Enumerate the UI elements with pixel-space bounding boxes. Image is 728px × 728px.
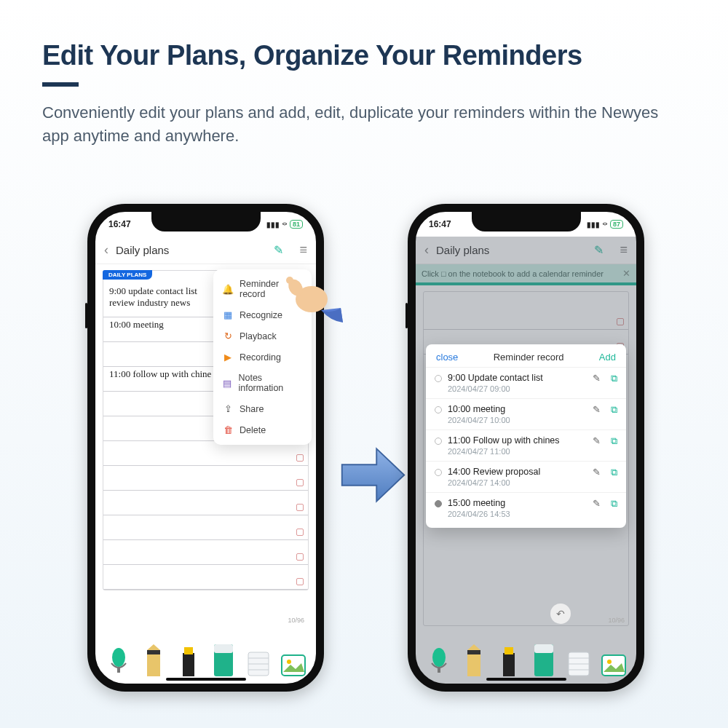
reminder-bullet: [435, 406, 442, 414]
note-line[interactable]: [103, 565, 308, 590]
mic-tool[interactable]: [106, 644, 131, 676]
svg-rect-24: [534, 644, 553, 653]
svg-point-0: [112, 648, 125, 667]
svg-rect-22: [505, 647, 513, 654]
copy-reminder-icon[interactable]: ⧉: [611, 435, 617, 447]
note-line[interactable]: [103, 515, 308, 540]
reminder-record-modal: close Reminder record Add 9:00 Update co…: [426, 344, 626, 528]
reminder-bullet: [435, 469, 442, 476]
headline-underline: [42, 82, 79, 87]
pencil-tool[interactable]: [462, 644, 486, 676]
svg-rect-5: [184, 647, 193, 654]
signal-icon: ▮▮▮: [587, 221, 600, 229]
reminder-title: 10:00 meeting: [448, 404, 582, 414]
trash-icon: 🗑: [222, 424, 234, 435]
grid-tool[interactable]: [566, 644, 591, 676]
svg-rect-4: [183, 653, 194, 676]
share-icon: ⇪: [222, 403, 234, 414]
home-indicator: [166, 678, 246, 681]
edit-reminder-icon[interactable]: ✎: [593, 435, 601, 446]
svg-marker-2: [147, 644, 160, 676]
reminder-checkbox[interactable]: [296, 578, 304, 585]
signal-icon: ▮▮▮: [266, 221, 280, 229]
eraser-tool[interactable]: [211, 644, 236, 676]
status-time: 16:47: [429, 219, 451, 229]
reminder-title: 11:00 Follow up with chines: [448, 435, 582, 446]
modal-add-button[interactable]: Add: [599, 352, 616, 363]
reminder-datetime: 2024/04/27 10:00: [448, 416, 582, 424]
eraser-tool[interactable]: [531, 644, 556, 676]
page-chip: DAILY PLANS: [103, 270, 152, 280]
edit-reminder-icon[interactable]: ✎: [593, 373, 601, 384]
svg-rect-21: [503, 653, 515, 676]
pointer-hand-icon: [281, 270, 332, 321]
bottom-toolbar: [416, 644, 636, 676]
phone-mockup-left: 16:47 ▮▮▮ ⌔ 81 ‹ Daily plans ✎ ≡ DAILY P…: [87, 204, 324, 692]
status-bar: 16:47 ▮▮▮ ⌔ 87: [416, 216, 636, 232]
marketing-headline: Edit Your Plans, Organize Your Reminders: [42, 40, 728, 71]
svg-point-13: [287, 660, 291, 664]
reminder-title: 9:00 Update contact list: [448, 373, 582, 383]
note-line[interactable]: [103, 466, 308, 491]
svg-rect-20: [467, 650, 480, 654]
svg-point-16: [286, 277, 293, 284]
reminder-datetime: 2024/04/27 09:00: [448, 384, 582, 393]
edit-icon[interactable]: ✎: [274, 243, 283, 257]
reminder-row[interactable]: 10:00 meeting2024/04/27 10:00✎⧉: [426, 398, 626, 430]
reminder-row[interactable]: 15:00 meeting2024/04/26 14:53✎⧉: [426, 492, 626, 523]
status-bar: 16:47 ▮▮▮ ⌔ 81: [95, 216, 316, 232]
note-line[interactable]: [103, 441, 308, 466]
undo-button[interactable]: ↶: [550, 604, 571, 624]
copy-reminder-icon[interactable]: ⧉: [611, 404, 617, 416]
menu-item-share[interactable]: ⇪Share: [213, 398, 312, 419]
info-icon: ▤: [222, 378, 232, 389]
reminder-datetime: 2024/04/27 14:00: [448, 478, 582, 487]
reminder-title: 15:00 meeting: [448, 498, 582, 508]
marketing-subhead: Conveniently edit your plans and add, ed…: [42, 101, 684, 148]
replay-icon: ↻: [222, 331, 234, 341]
menu-item-playback[interactable]: ↻Playback: [213, 325, 312, 347]
reminder-row[interactable]: 9:00 Update contact list2024/04/27 09:00…: [426, 367, 626, 398]
reminder-checkbox[interactable]: [296, 504, 304, 511]
copy-reminder-icon[interactable]: ⧉: [611, 498, 617, 510]
reminder-checkbox[interactable]: [296, 553, 304, 561]
reminder-bullet: [435, 438, 442, 445]
highlighter-tool[interactable]: [496, 644, 521, 676]
menu-item-delete[interactable]: 🗑Delete: [213, 419, 312, 440]
reminder-checkbox[interactable]: [296, 479, 304, 486]
pencil-tool[interactable]: [141, 644, 166, 676]
scan-icon: ▦: [222, 309, 234, 320]
modal-close-button[interactable]: close: [436, 352, 458, 363]
menu-icon[interactable]: ≡: [299, 242, 307, 258]
record-icon: ▶: [222, 352, 234, 363]
app-navbar: ‹ Daily plans ✎ ≡: [95, 237, 316, 264]
status-time: 16:47: [108, 219, 131, 229]
reminder-row[interactable]: 14:00 Review proposal2024/04/27 14:00✎⧉: [426, 461, 626, 492]
menu-item-recording[interactable]: ▶Recording: [213, 347, 312, 368]
grid-tool[interactable]: [246, 644, 271, 676]
reminder-title: 14:00 Review proposal: [448, 467, 582, 477]
svg-point-17: [432, 648, 446, 667]
note-line[interactable]: [103, 540, 308, 565]
image-tool[interactable]: [281, 644, 306, 676]
modal-title: Reminder record: [494, 352, 564, 363]
reminder-checkbox[interactable]: [296, 454, 304, 462]
wifi-icon: ⌔: [282, 221, 287, 229]
edit-reminder-icon[interactable]: ✎: [593, 404, 601, 415]
edit-reminder-icon[interactable]: ✎: [593, 467, 601, 478]
image-tool[interactable]: [601, 644, 626, 676]
menu-item-notes-info[interactable]: ▤Notes information: [213, 368, 312, 398]
battery-indicator: 87: [610, 220, 623, 229]
highlighter-tool[interactable]: [176, 644, 201, 676]
copy-reminder-icon[interactable]: ⧉: [611, 373, 617, 384]
copy-reminder-icon[interactable]: ⧉: [611, 467, 617, 478]
reminder-bullet: [435, 500, 442, 507]
edit-reminder-icon[interactable]: ✎: [593, 498, 601, 509]
mic-tool[interactable]: [427, 644, 451, 676]
note-line[interactable]: [103, 491, 308, 515]
reminder-checkbox[interactable]: [296, 529, 304, 536]
reminder-datetime: 2024/04/26 14:53: [448, 510, 582, 518]
back-icon[interactable]: ‹: [104, 242, 108, 258]
svg-point-30: [607, 660, 612, 664]
reminder-row[interactable]: 11:00 Follow up with chines2024/04/27 11…: [426, 430, 626, 461]
